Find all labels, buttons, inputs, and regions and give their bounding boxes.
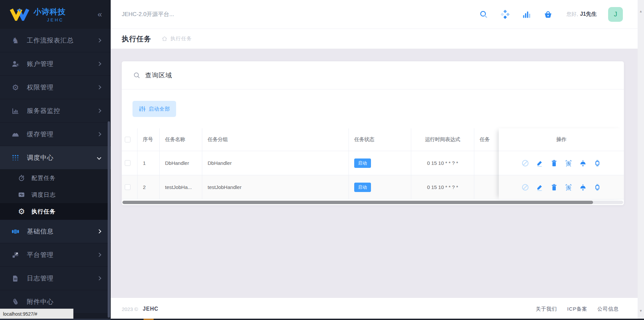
cell-index: 1 xyxy=(138,151,160,175)
document-icon xyxy=(11,275,20,282)
status-badge: 启动 xyxy=(354,158,371,168)
sidebar-item-label: 基础信息 xyxy=(27,227,54,236)
delete-action-icon[interactable] xyxy=(550,183,558,191)
brand-logo-icon xyxy=(9,7,30,22)
footer-links: 关于我们ICP备案公司信息 xyxy=(536,306,619,312)
page-scrollbar[interactable]: ▲ ▼ xyxy=(638,0,644,320)
row-select-cell xyxy=(122,175,138,199)
knight-icon: ♞ xyxy=(11,36,20,45)
sidebar-item-label: 账户管理 xyxy=(27,60,54,68)
footer-link-0[interactable]: 关于我们 xyxy=(536,306,557,312)
magnifier-icon xyxy=(133,72,141,79)
sidebar-item-platform[interactable]: 平台管理 xyxy=(0,243,111,267)
sidebar-item-basic-info[interactable]: 基础信息 xyxy=(0,220,111,243)
brand-area: 小诗科技 JEHC « xyxy=(0,0,111,29)
sidebar-item-label: 平台管理 xyxy=(27,251,54,259)
horizontal-scrollbar-thumb[interactable] xyxy=(122,201,593,204)
apps-icon[interactable] xyxy=(500,9,510,19)
search-icon[interactable] xyxy=(479,9,489,19)
sidebar-item-label: 调度中心 xyxy=(27,153,54,162)
sidebar-subitem-exec-task[interactable]: ⚙执行任务 xyxy=(0,203,111,220)
breadcrumb-item: 执行任务 xyxy=(170,36,192,42)
delete-action-icon[interactable] xyxy=(550,159,558,167)
footer-year: 2023 © xyxy=(122,306,138,312)
row-checkbox[interactable] xyxy=(125,184,130,190)
row-select-cell xyxy=(122,151,138,175)
chevron-down-icon xyxy=(97,155,101,160)
cell-actions xyxy=(499,151,624,175)
content-card: 查询区域 启动全部 序号任务名称任务分组任务状态运行时间表达式任务1D xyxy=(122,61,624,205)
cell-status: 启动 xyxy=(349,175,411,199)
column-header-status: 任务状态 xyxy=(349,128,411,151)
select-all-cell xyxy=(122,128,138,151)
horizontal-scrollbar xyxy=(122,201,624,204)
grid-dots-icon xyxy=(11,154,20,162)
stopwatch-icon xyxy=(17,174,25,182)
sidebar-item-permissions[interactable]: ⚙权限管理 xyxy=(0,76,111,99)
chevron-right-icon xyxy=(97,253,101,257)
home-icon xyxy=(161,36,168,42)
chevron-right-icon xyxy=(97,276,101,280)
footer-link-1[interactable]: ICP备案 xyxy=(567,306,587,312)
bottom-edge-strip xyxy=(0,319,644,320)
query-area-label: 查询区域 xyxy=(145,71,172,80)
select-all-checkbox[interactable] xyxy=(125,137,130,142)
row-checkbox[interactable] xyxy=(125,160,130,166)
page-title: 执行任务 xyxy=(122,34,151,44)
scroll-up-icon[interactable]: ▲ xyxy=(638,9,644,13)
disable-action-icon[interactable] xyxy=(521,159,529,167)
sidebar-subitem-config-task[interactable]: 配置任务 xyxy=(0,170,111,186)
sidebar-subitem-label: 调度日志 xyxy=(32,191,56,199)
sidebar-item-log-mgmt[interactable]: 日志管理 xyxy=(0,267,111,290)
chevron-right-icon xyxy=(97,85,101,89)
activity-icon xyxy=(17,191,25,198)
footer-brand: JEHC xyxy=(143,306,159,312)
cell-actions xyxy=(499,175,624,199)
scroll-down-icon[interactable]: ▼ xyxy=(638,309,644,313)
edit-action-icon[interactable] xyxy=(536,159,544,167)
stats-icon[interactable] xyxy=(522,9,532,19)
column-header-index: 序号 xyxy=(138,128,160,151)
sidebar-subitem-dispatch-log[interactable]: 调度日志 xyxy=(0,186,111,203)
sidebar-collapse-button[interactable]: « xyxy=(98,10,102,18)
query-area-toggle[interactable]: 查询区域 xyxy=(122,61,624,89)
avatar[interactable]: J xyxy=(608,7,623,22)
brand-title: 小诗科技 xyxy=(34,7,66,17)
chevron-right-icon xyxy=(97,38,101,43)
footer-link-2[interactable]: 公司信息 xyxy=(597,306,619,312)
deploy-action-icon[interactable] xyxy=(579,159,587,167)
sidebar-item-workflow-reports[interactable]: ♞工作流报表汇总 xyxy=(0,29,111,52)
toolbar: 启动全部 xyxy=(122,89,624,128)
brand-subtitle: JEHC xyxy=(47,17,64,22)
breadcrumb[interactable]: 执行任务 xyxy=(161,36,192,42)
disable-action-icon[interactable] xyxy=(521,183,529,191)
sidebar-item-cache[interactable]: 缓存管理 xyxy=(0,123,111,146)
breadcrumb-bar: 执行任务 执行任务 xyxy=(111,29,638,49)
start-all-label: 启动全部 xyxy=(149,106,170,112)
deploy-action-icon[interactable] xyxy=(579,183,587,191)
column-header-group: 任务分组 xyxy=(202,128,349,151)
edit-action-icon[interactable] xyxy=(536,183,544,191)
watch-action-icon[interactable] xyxy=(593,159,601,167)
alarm-action-icon[interactable] xyxy=(565,183,573,191)
sidebar: 小诗科技 JEHC « ♞工作流报表汇总账户管理⚙权限管理服务器监控缓存管理调度… xyxy=(0,0,111,320)
basket-icon[interactable] xyxy=(543,9,553,19)
column-header-name: 任务名称 xyxy=(160,128,202,151)
cell-name: testJobHa... xyxy=(160,175,202,199)
greeting-text: 您好, xyxy=(567,11,578,17)
sidebar-item-server-monitor[interactable]: 服务器监控 xyxy=(0,99,111,123)
app-window: 小诗科技 JEHC « ♞工作流报表汇总账户管理⚙权限管理服务器监控缓存管理调度… xyxy=(0,0,644,320)
sidebar-subitem-label: 执行任务 xyxy=(32,208,56,215)
watch-action-icon[interactable] xyxy=(593,183,601,191)
alarm-action-icon[interactable] xyxy=(565,159,573,167)
column-header-actions: 操作 xyxy=(499,128,624,151)
sidebar-item-label: 缓存管理 xyxy=(27,130,54,139)
fixed-actions-column: 操作 xyxy=(499,128,624,199)
sidebar-item-accounts[interactable]: 账户管理 xyxy=(0,52,111,76)
start-all-button[interactable]: 启动全部 xyxy=(132,101,176,117)
sidebar-scrollbar-thumb[interactable] xyxy=(108,121,110,318)
sidebar-submenu-scheduler-center: 配置任务调度日志⚙执行任务 xyxy=(0,170,111,220)
sliders-icon xyxy=(139,105,146,113)
sidebar-item-scheduler-center[interactable]: 调度中心 xyxy=(0,146,111,170)
paperclip-icon xyxy=(11,298,20,306)
